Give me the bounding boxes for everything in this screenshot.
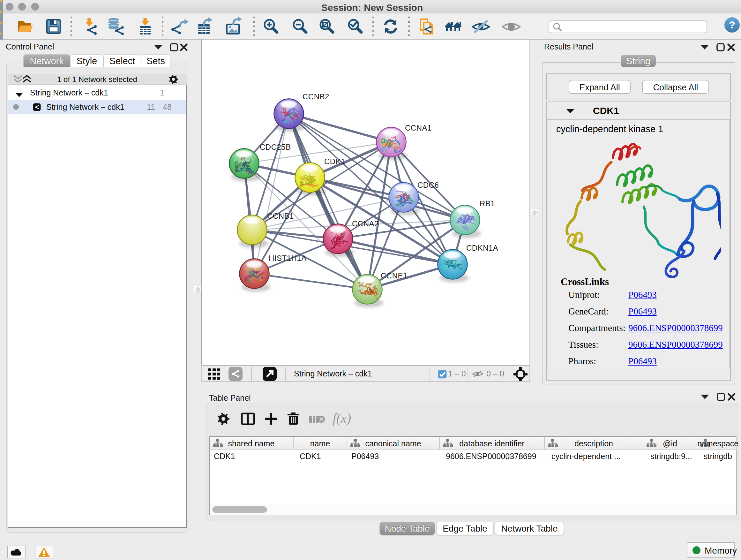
svg-text:CDC6: CDC6 [417, 181, 439, 189]
svg-text:CCNB2: CCNB2 [302, 92, 329, 101]
svg-text:CCNB1: CCNB1 [267, 212, 294, 220]
svg-text:CCNA1: CCNA1 [405, 124, 432, 132]
svg-text:CDC25B: CDC25B [260, 143, 291, 151]
svg-text:CDK1: CDK1 [324, 157, 345, 166]
svg-text:?: ? [729, 19, 735, 30]
svg-text:HIST1H1A: HIST1H1A [269, 254, 307, 262]
svg-text:RB1: RB1 [480, 199, 495, 208]
svg-text:CCNE1: CCNE1 [381, 271, 408, 280]
svg-text:CDKN1A: CDKN1A [466, 244, 498, 252]
svg-text:CCNA2: CCNA2 [352, 219, 379, 228]
